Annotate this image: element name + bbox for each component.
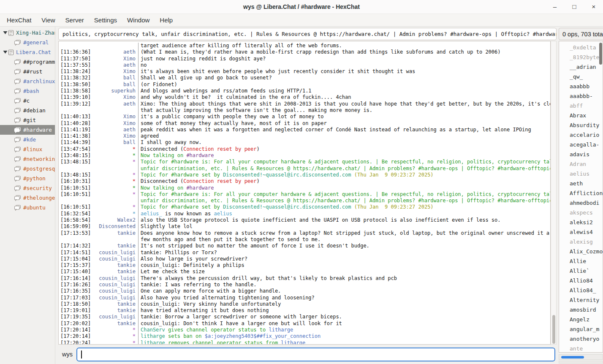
chat-line: that actually improving the software isn… — [59, 107, 550, 114]
channel-icon — [14, 69, 21, 75]
server-icon — [8, 30, 14, 36]
expander-icon[interactable] — [3, 31, 8, 35]
tree-item--debian[interactable]: #debian — [0, 106, 55, 115]
tree-item-xing-hai-zhan[interactable]: Xing-Hai-Zhan — [0, 28, 55, 38]
menu-server[interactable]: Server — [60, 15, 89, 25]
chat-scrollbar[interactable] — [551, 41, 557, 345]
maximize-button[interactable]: □ — [571, 3, 578, 10]
chat-line: unfair discrimination, etc. | Rules & Re… — [59, 166, 550, 172]
tree-item--hardware[interactable]: #hardware — [0, 125, 55, 135]
message-text: and why wouldn't it be? it culminated in… — [138, 94, 550, 101]
user-list-item[interactable]: Adran — [570, 159, 603, 169]
message-text: litharge removes channel operator status… — [138, 340, 550, 345]
message-text: cousin_luigi: Don't think I have a large… — [138, 321, 550, 327]
message-text: cousin_luigi: Very skinny handle unfortu… — [138, 301, 550, 307]
message-input[interactable] — [76, 348, 555, 361]
user-list-item[interactable]: Alix_Cozmo — [570, 247, 603, 256]
event-star: * — [92, 172, 138, 178]
tree-item-label: #python — [23, 175, 46, 182]
tree-item--networking[interactable]: #networking — [0, 154, 55, 164]
tree-item--security[interactable]: #security — [0, 183, 55, 193]
topic-bar[interactable]: politics, cryptocurrency talk, unfair di… — [58, 28, 557, 40]
user-list-item[interactable]: anotheryo — [570, 334, 603, 344]
user-list-item[interactable]: angular_m — [570, 324, 603, 334]
user-list-item[interactable]: accelario — [570, 130, 603, 140]
event-star: * — [92, 204, 138, 210]
expander-icon[interactable] — [3, 50, 8, 54]
userlist-hscrollbar-thumb[interactable] — [561, 356, 584, 359]
user-list-item[interactable]: __adrian — [570, 62, 603, 72]
user-list-item[interactable]: Abrax — [570, 111, 603, 120]
menu-window[interactable]: Window — [122, 15, 155, 25]
timestamp: [16:10:51] — [59, 185, 92, 191]
user-list-item[interactable]: _qw_ — [570, 72, 603, 81]
user-list-item[interactable]: adavis — [570, 149, 603, 159]
user-list-item[interactable]: aaabbb — [570, 81, 603, 91]
user-list-item[interactable]: Allie` — [570, 266, 603, 276]
tree-item--linux[interactable]: #linux — [0, 144, 55, 154]
userlist-scrollbar-thumb[interactable] — [599, 43, 602, 65]
nick: tankie — [92, 269, 138, 275]
user-list-item[interactable]: alexisg — [570, 237, 603, 247]
user-list-item[interactable]: aelius — [570, 169, 603, 179]
timestamp: [17:20:24] — [59, 340, 92, 345]
user-list-item[interactable]: aleksi2 — [570, 217, 603, 227]
event-star: * — [92, 340, 138, 345]
user-list-item[interactable]: Allie — [570, 256, 603, 266]
tree-item--archlinux[interactable]: #archlinux — [0, 76, 55, 86]
user-list-item[interactable]: Angelz — [570, 315, 603, 324]
user-list-item[interactable]: Alternity — [570, 295, 603, 305]
tree-item--c[interactable]: #c — [0, 96, 55, 106]
user-list-item[interactable]: Allio84_ — [570, 285, 603, 295]
chat-line: [16:32:54]*aelius_ is now known as aeliu… — [59, 211, 550, 217]
user-list-item[interactable]: Absurdity — [570, 120, 603, 130]
chat-line: [13:47:54]*Disconnected (Connection rese… — [59, 146, 550, 152]
nick: tankie — [92, 243, 138, 249]
user-list-item[interactable]: ante — [570, 344, 603, 353]
tree-item--kde[interactable]: #kde — [0, 135, 55, 144]
message-text: Disconnected (Connection reset by peer) — [138, 178, 550, 185]
tree-item-label: #c — [23, 98, 30, 104]
user-list-item[interactable]: acegalla- — [570, 140, 603, 149]
user-list-item[interactable]: alewis4 — [570, 227, 603, 237]
user-list-item[interactable]: _0xdelta — [570, 43, 603, 52]
user-list-item[interactable]: abff — [570, 101, 603, 111]
tree-item--postgresql[interactable]: #postgresql — [0, 164, 55, 174]
tree-item-label: #hardware — [23, 127, 52, 133]
user-list-item[interactable]: aeth — [570, 179, 603, 188]
chat-line: [13:48:15]*Now talking on #hardware — [59, 152, 550, 159]
menu-hexchat[interactable]: HexChat — [2, 15, 36, 25]
userlist-hscrollbar[interactable] — [559, 354, 603, 360]
chat-line: [17:20:24]*litharge removes channel oper… — [59, 340, 550, 345]
user-list-item[interactable]: amosbird — [570, 305, 603, 315]
chat-scrollbar-thumb[interactable] — [552, 315, 555, 344]
menu-settings[interactable]: Settings — [89, 15, 122, 25]
tree-item--rust[interactable]: ##rust — [0, 67, 55, 76]
user-list-item[interactable]: ahmedbodi — [570, 198, 603, 208]
chat-line: unfair discrimination, etc. | Rules & Re… — [59, 198, 550, 204]
tree-item--thelounge[interactable]: #thelounge — [0, 193, 55, 203]
message-text: (or Fidonet) — [138, 81, 550, 88]
tree-item-label: ##rust — [23, 68, 42, 75]
user-list-item[interactable]: _8192byte — [570, 52, 603, 62]
timestamp: [11:44:39] — [59, 139, 92, 146]
minimize-button[interactable]: – — [551, 3, 558, 10]
tree-item--git[interactable]: #git — [0, 115, 55, 125]
tree-item--programming[interactable]: ##programming — [0, 57, 55, 67]
user-list-item[interactable]: Affliction — [570, 188, 603, 198]
menu-help[interactable]: Help — [155, 15, 178, 25]
user-list-item[interactable]: akspecs — [570, 208, 603, 217]
message-text: Now talking on #hardware — [138, 185, 550, 191]
tree-item--general[interactable]: #general — [0, 38, 55, 47]
user-list-item[interactable]: Allio84 — [570, 276, 603, 285]
chat-line: [17:16:35]cousin_luigiOne can apply more… — [59, 288, 550, 294]
close-button[interactable]: × — [590, 3, 597, 10]
tree-item--python[interactable]: #python — [0, 174, 55, 183]
tree-item--bash[interactable]: #bash — [0, 86, 55, 96]
tree-item-libera-chat[interactable]: Libera.Chat — [0, 47, 55, 57]
tree-item--ubuntu[interactable]: #ubuntu — [0, 203, 55, 212]
chat-line: [16:10:31]*Disconnected (Connection rese… — [59, 178, 550, 185]
menu-view[interactable]: View — [36, 15, 60, 25]
timestamp: [17:20:14] — [59, 327, 92, 333]
user-list-item[interactable]: aaabbb- — [570, 91, 603, 101]
